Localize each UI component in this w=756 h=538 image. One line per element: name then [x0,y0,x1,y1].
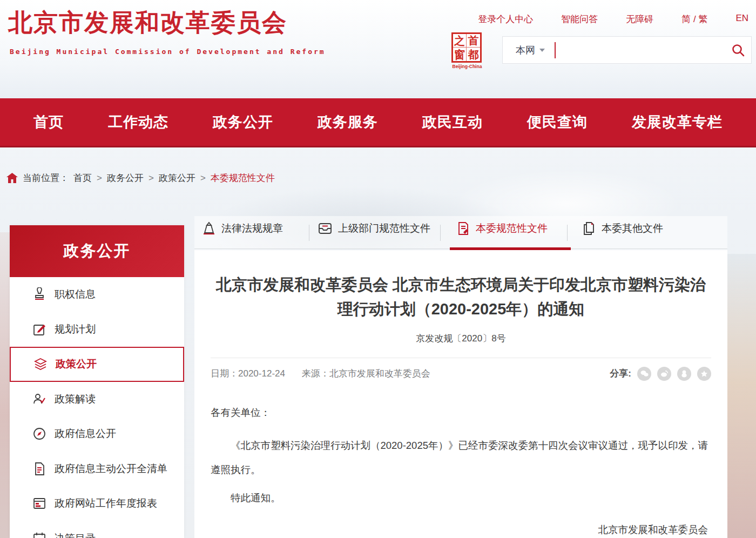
share-favorite-icon[interactable] [697,367,711,381]
beijing-china-seal-logo: 之 首 窗 都 Beijing-China [451,32,483,69]
article-panel: 北京市发展和改革委员会 北京市生态环境局关于印发北京市塑料污染治理行动计划（20… [194,250,727,538]
document-icon [32,462,46,476]
edit-icon [32,322,46,337]
document-number: 京发改规〔2020〕8号 [194,332,727,345]
search-bar: 本网 [502,36,752,64]
home-icon [6,173,18,183]
tab-label: 法律法规规章 [221,221,283,236]
calendar-icon [32,532,46,538]
search-input[interactable] [556,39,725,61]
page: 北京市发展和改革委员会 Beijing Municipal Commission… [0,0,756,538]
law-seal-icon [202,221,216,236]
top-utility-links: 登录个人中心 智能问答 无障碍 简 / 繁 EN [478,13,748,25]
sidebar-item-label: 政策解读 [55,392,96,406]
main-navigation: 首页 工作动态 政务公开 政务服务 政民互动 便民查询 发展改革专栏 [0,98,756,147]
simplified-traditional-link[interactable]: 简 / 繁 [681,13,707,25]
tab-label: 上级部门规范性文件 [338,221,430,236]
search-scope-label: 本网 [516,44,535,57]
person-check-icon [32,392,46,406]
smart-qa-link[interactable]: 智能问答 [561,13,598,25]
share-wechat-icon[interactable] [637,367,651,381]
nav-item-home[interactable]: 首页 [33,112,64,132]
share-bar: 分享: [610,367,711,381]
tab-commission-normative-docs[interactable]: 本委规范性文件 [456,221,548,236]
breadcrumb-current[interactable]: 本委规范性文件 [211,172,275,184]
breadcrumb: 当前位置： 首页 > 政务公开 > 政策公开 > 本委规范性文件 [6,172,275,184]
sidebar-title: 政务公开 [10,225,184,277]
sidebar-item-label: 政策公开 [56,357,97,371]
seal-caption: Beijing-China [451,64,483,69]
breadcrumb-label: 当前位置： [23,172,69,184]
breadcrumb-separator: > [148,173,154,184]
tab-label: 本委规范性文件 [476,221,548,236]
sidebar-item-gov-info-disclosure[interactable]: 政府信息公开 [10,416,184,452]
english-link[interactable]: EN [735,13,748,25]
site-logo-title: 北京市发展和改革委员会 [8,6,287,39]
sidebar-item-planning[interactable]: 规划计划 [10,312,184,347]
sidebar-item-label: 职权信息 [55,287,96,301]
compass-icon [32,427,46,441]
tab-divider [440,225,441,241]
sidebar-item-label: 决策目录 [55,532,96,538]
article-salutation: 各有关单位： [211,406,711,419]
document-type-tabs: 法律法规规章 上级部门规范性文件 本委规范性文件 [194,216,727,250]
tab-laws-regulations[interactable]: 法律法规规章 [202,221,283,236]
nav-item-work-news[interactable]: 工作动态 [108,112,168,132]
share-qq-icon[interactable] [677,367,691,381]
sidebar-item-proactive-disclosure-list[interactable]: 政府信息主动公开全清单 [10,452,184,487]
seal-char: 首 [467,34,480,48]
share-label: 分享: [610,367,631,380]
article-title: 北京市发展和改革委员会 北京市生态环境局关于印发北京市塑料污染治理行动计划（20… [215,273,707,321]
sidebar-item-policy-open[interactable]: 政策公开 [10,347,184,382]
breadcrumb-policy-open[interactable]: 政策公开 [159,172,195,184]
search-scope-dropdown[interactable]: 本网 [503,44,555,57]
breadcrumb-home[interactable]: 首页 [73,172,92,184]
sidebar-item-policy-interpretation[interactable]: 政策解读 [10,382,184,417]
sidebar-item-label: 政府网站工作年度报表 [55,496,157,510]
breadcrumb-gov-affairs[interactable]: 政务公开 [107,172,144,184]
inbox-icon [318,221,333,236]
tab-divider [309,225,309,241]
article-body: 各有关单位： 《北京市塑料污染治理行动计划（2020-2025年）》已经市委深改… [211,406,711,536]
documents-copy-icon [582,221,596,236]
seal-icon: 之 首 窗 都 [451,32,482,63]
nav-item-government-services[interactable]: 政务服务 [318,112,378,132]
nav-item-reform-special-column[interactable]: 发展改革专栏 [632,112,723,132]
document-pen-icon [456,221,470,236]
sidebar-item-label: 政府信息公开 [55,427,116,441]
chevron-down-icon [539,49,545,52]
tab-label: 本委其他文件 [602,221,663,236]
nav-item-convenient-inquiry[interactable]: 便民查询 [527,112,588,132]
report-icon [32,496,46,510]
stamp-icon [32,287,46,301]
tab-divider [567,225,568,241]
layers-icon [33,357,48,371]
seal-char: 窗 [453,48,467,61]
seal-char: 之 [453,34,467,48]
login-personal-center-link[interactable]: 登录个人中心 [478,13,533,25]
share-weibo-icon[interactable] [657,367,671,381]
tab-superior-normative-docs[interactable]: 上级部门规范性文件 [318,221,430,236]
sidebar-item-authority-info[interactable]: 职权信息 [10,277,184,312]
accessibility-link[interactable]: 无障碍 [626,13,653,25]
sidebar: 政务公开 职权信息 规划计划 政策公开 [10,225,184,538]
article-meta-row: 日期：2020-12-24 来源：北京市发展和改革委员会 分享: [211,367,711,381]
sidebar-item-website-annual-report[interactable]: 政府网站工作年度报表 [10,486,184,521]
background-right-image [726,254,756,538]
article-paragraph: 《北京市塑料污染治理行动计划（2020-2025年）》已经市委深改委第十四次会议… [211,433,711,482]
article-signature: 北京市发展和改革委员会 [211,523,711,536]
nav-item-government-affairs[interactable]: 政务公开 [213,112,273,132]
tab-commission-other-docs[interactable]: 本委其他文件 [582,221,663,236]
article-meta: 日期：2020-12-24 来源：北京市发展和改革委员会 [211,367,430,380]
article-paragraph: 特此通知。 [211,491,711,505]
sidebar-item-label: 规划计划 [55,322,96,337]
sidebar-item-label: 政府信息主动公开全清单 [55,462,167,476]
seal-char: 都 [467,48,480,61]
search-button[interactable] [725,37,751,63]
sidebar-item-decision-directory[interactable]: 决策目录 [10,521,184,538]
breadcrumb-separator: > [200,173,206,184]
breadcrumb-separator: > [97,173,102,184]
nav-item-public-interaction[interactable]: 政民互动 [422,112,483,132]
search-icon [731,43,745,57]
meta-divider [211,358,711,358]
